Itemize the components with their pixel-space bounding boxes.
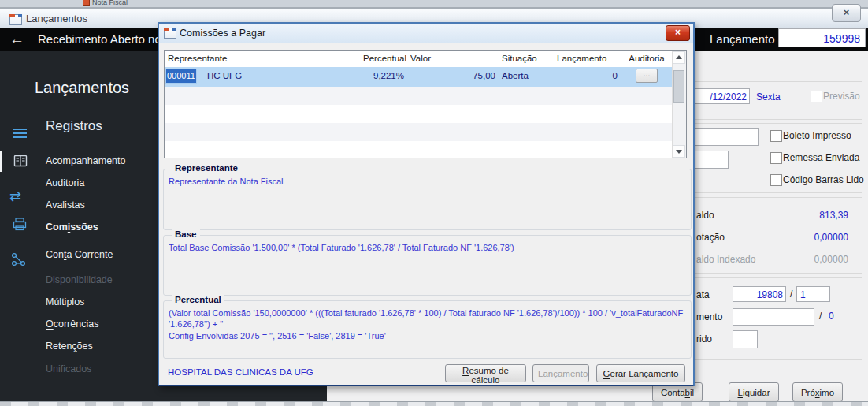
row-valor: 75,00 <box>407 67 499 87</box>
remessa-enviada-checkbox[interactable] <box>770 152 782 164</box>
data-input-2[interactable]: 1 <box>796 286 830 302</box>
representante-text: Representante da Nota Fiscal <box>164 169 691 187</box>
previsao-checkbox[interactable] <box>811 91 822 102</box>
codigo-barras-label: Código Barras Lido <box>783 174 864 185</box>
app-icon <box>9 14 22 25</box>
row-name: HC UFG <box>201 67 360 87</box>
sidebar-title: Lançamentos <box>35 79 129 97</box>
table-empty-row <box>165 105 673 123</box>
cotacao-label-fragment: otação <box>696 232 725 243</box>
nota-fiscal-icon <box>83 0 90 6</box>
col-situacao[interactable]: Situação <box>499 51 554 67</box>
sidebar-item-ocorrencias[interactable]: Ocorrências <box>46 318 98 330</box>
dialog-close-button[interactable]: × <box>666 25 690 41</box>
dialog-titlebar[interactable]: Comissões a Pagar × <box>159 24 693 43</box>
screen: Nota Fiscal Lançamentos × ← Recebimento … <box>0 0 868 406</box>
base-caption: Base <box>172 229 200 239</box>
documento-separator: / <box>819 311 822 322</box>
base-text: Total Base Comissão '1.500,00' * (Total … <box>164 236 691 253</box>
row-lancamento: 0 <box>554 67 621 87</box>
scrollbar-thumb[interactable] <box>673 70 684 103</box>
window-title: Lançamentos <box>26 13 87 24</box>
gerar-lancamento-button[interactable]: Gerar Lançamento <box>596 364 685 382</box>
commissions-table: Representante Percentual Valor Situação … <box>164 50 687 158</box>
data-separator: / <box>790 289 792 300</box>
table-scrollbar[interactable] <box>672 51 686 158</box>
company-name: HOSPITAL DAS CLINICAS DA UFG <box>168 367 313 377</box>
sidebar-section-registros: Registros <box>46 118 102 134</box>
boleto-impresso-label: Boleto Impresso <box>783 130 851 141</box>
remessa-enviada-label: Remessa Enviada <box>783 152 859 163</box>
row-code-cell[interactable]: 000011 <box>165 69 197 84</box>
table-row[interactable]: 000011 HC UFG 9,221% 75,00 Aberta 0 ... <box>165 67 673 88</box>
saldo-value: 813,39 <box>740 210 848 221</box>
scroll-up-icon[interactable] <box>673 51 685 64</box>
col-auditoria[interactable]: Auditoria <box>621 51 673 67</box>
base-groupbox: Base Total Base Comissão '1.500,00' * (T… <box>163 235 692 296</box>
col-percentual[interactable]: Percentual <box>360 51 407 67</box>
percentual-text-line2: Config Envolvidas 2075 = ", 2516 = 'Fals… <box>169 331 386 341</box>
active-item-indicator <box>0 151 2 172</box>
saldo-label-fragment: aldo <box>696 210 714 221</box>
resumo-calculo-button[interactable]: Resumo de cálculo <box>445 364 526 382</box>
journal-icon <box>13 155 28 168</box>
col-valor[interactable]: Valor <box>407 51 499 67</box>
page-title: Recebimento Aberto no <box>38 32 161 46</box>
percentual-text-line1: (Valor total Comissão '150,0000000' * ((… <box>169 308 683 329</box>
table-empty-row <box>165 123 673 141</box>
codigo-barras-checkbox[interactable] <box>770 174 782 186</box>
inserido-label-fragment: rido <box>696 333 712 345</box>
auditoria-ellipsis-button[interactable]: ... <box>636 69 658 83</box>
weekday-label: Sexta <box>756 91 781 102</box>
documento-count: 0 <box>829 311 834 322</box>
scroll-down-icon[interactable] <box>673 145 685 158</box>
percentual-caption: Percentual <box>172 295 224 304</box>
col-lancamento[interactable]: Lançamento <box>554 51 621 67</box>
share-icon <box>11 252 27 267</box>
background-tab: Nota Fiscal <box>83 0 128 6</box>
previsao-label: Previsão <box>823 91 860 102</box>
boleto-impresso-checkbox[interactable] <box>770 130 782 142</box>
representante-groupbox: Representante Representante da Nota Fisc… <box>163 169 692 230</box>
data-label-fragment: ata <box>696 289 710 300</box>
comissoes-dialog: Comissões a Pagar × Representante Percen… <box>158 22 695 386</box>
background-window-strip: Nota Fiscal <box>0 0 868 7</box>
lancamento-button: Lançamento <box>532 364 589 382</box>
saldo-indexado-value: 0,00000 <box>740 254 848 265</box>
col-representante[interactable]: Representante <box>165 51 360 67</box>
inserido-input[interactable] <box>733 330 758 348</box>
percentual-groupbox: Percentual (Valor total Comissão '150,00… <box>163 300 692 359</box>
sidebar-item-comissoes[interactable]: Comissões <box>46 222 98 233</box>
status-strip <box>0 401 868 406</box>
sidebar-item-unificados: Unificados <box>46 363 91 374</box>
sidebar-item-acompanhamento[interactable]: Acompanhamento <box>46 155 125 166</box>
proximo-button[interactable]: Próximo <box>792 382 843 402</box>
sidebar-item-disponibilidade: Disponibilidade <box>46 274 113 285</box>
sidebar-item-auditoria[interactable]: Auditoria <box>46 177 84 188</box>
table-header-row: Representante Percentual Valor Situação … <box>165 51 673 67</box>
hamburger-menu-icon[interactable] <box>13 129 27 138</box>
cotacao-value: 0,00000 <box>740 232 848 243</box>
window-close-button[interactable]: × <box>832 4 861 22</box>
back-arrow-icon[interactable]: ← <box>9 31 24 48</box>
row-situacao: Aberta <box>499 67 554 87</box>
row-percentual: 9,221% <box>360 67 407 87</box>
data-input[interactable]: 19808 <box>733 286 786 302</box>
representante-caption: Representante <box>172 163 241 173</box>
dialog-title: Comissões a Pagar <box>180 28 265 39</box>
background-tab-label: Nota Fiscal <box>92 0 128 6</box>
sidebar-item-multiplos[interactable]: Múltiplos <box>46 296 84 307</box>
printer-icon <box>13 218 27 231</box>
sidebar-item-conta-corrente[interactable]: Conta Corrente <box>46 249 113 260</box>
table-empty-row <box>165 87 673 105</box>
liquidar-button[interactable]: Liquidar <box>729 382 779 402</box>
launch-number-input[interactable]: 159998 <box>778 28 866 47</box>
launch-number-label: Lançamento <box>710 32 775 46</box>
documento-label-fragment: mento <box>696 311 722 322</box>
transfer-icon: ⇄ <box>9 188 21 205</box>
documento-input[interactable] <box>733 308 814 326</box>
sidebar-item-avalistas[interactable]: Avalistas <box>46 199 85 210</box>
dialog-icon <box>164 28 176 39</box>
sidebar-item-retencoes[interactable]: Retenções <box>46 341 93 352</box>
table-empty-row <box>165 141 673 158</box>
